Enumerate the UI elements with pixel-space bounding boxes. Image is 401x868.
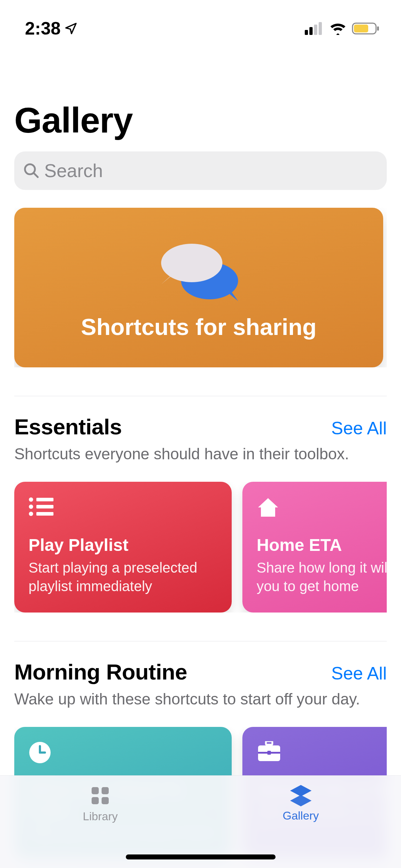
svg-rect-3 [319,22,322,35]
search-input[interactable] [44,160,378,181]
see-all-link[interactable]: See All [331,663,387,684]
page-title: Gallery [14,100,387,141]
svg-point-13 [29,505,33,509]
search-box[interactable] [14,151,387,190]
time-text: 2:38 [25,18,61,39]
list-icon [29,496,53,517]
wifi-icon [329,22,347,35]
svg-rect-23 [267,751,271,755]
tab-label: Library [83,810,118,823]
section-subtitle: Wake up with these shortcuts to start of… [14,689,387,709]
status-bar: 2:38 [0,0,401,46]
svg-rect-12 [36,498,53,501]
home-icon [257,496,279,519]
battery-icon [352,22,380,35]
svg-rect-14 [36,505,53,508]
section-title: Morning Routine [14,659,187,684]
svg-rect-1 [309,27,313,35]
section-subtitle: Shortcuts everyone should have in their … [14,444,387,464]
svg-rect-25 [102,787,109,794]
svg-rect-26 [92,797,99,804]
grid-icon [89,784,112,807]
svg-rect-20 [266,741,272,745]
section-essentials: Essentials See All Shortcuts everyone sh… [14,396,387,613]
card-title: Home ETA [257,535,387,555]
status-indicators [305,22,380,35]
chat-bubbles-icon [149,235,249,306]
svg-line-8 [34,173,38,177]
svg-rect-16 [36,512,53,516]
svg-rect-24 [92,787,99,794]
card-desc: Start playing a preselected playlist imm… [29,558,217,595]
svg-rect-2 [314,25,317,35]
svg-rect-27 [102,797,109,804]
see-all-link[interactable]: See All [331,418,387,439]
briefcase-icon [257,741,282,763]
card-title: Play Playlist [29,535,217,555]
svg-point-11 [29,497,33,502]
hero-card-sharing[interactable]: Shortcuts for sharing [14,208,383,367]
hero-carousel[interactable]: Shortcuts for sharing [14,208,387,367]
clock-icon [29,741,51,764]
search-icon [23,162,40,179]
shortcut-card-home-eta[interactable]: Home ETA Share how long it will take you… [242,482,387,613]
tab-bar: Library Gallery [0,775,401,868]
svg-rect-5 [354,25,368,32]
hero-title: Shortcuts for sharing [81,314,317,340]
tab-label: Gallery [283,809,319,822]
cellular-icon [305,22,324,35]
svg-point-15 [29,512,33,516]
layers-icon [288,784,314,806]
section-title: Essentials [14,414,122,439]
svg-rect-0 [305,30,308,35]
svg-rect-6 [377,26,379,31]
card-desc: Share how long it will take you to get h… [257,558,387,595]
status-time: 2:38 [25,18,78,39]
shortcut-card-play-playlist[interactable]: Play Playlist Start playing a preselecte… [14,482,232,613]
location-icon [64,22,78,35]
home-indicator[interactable] [126,854,276,859]
